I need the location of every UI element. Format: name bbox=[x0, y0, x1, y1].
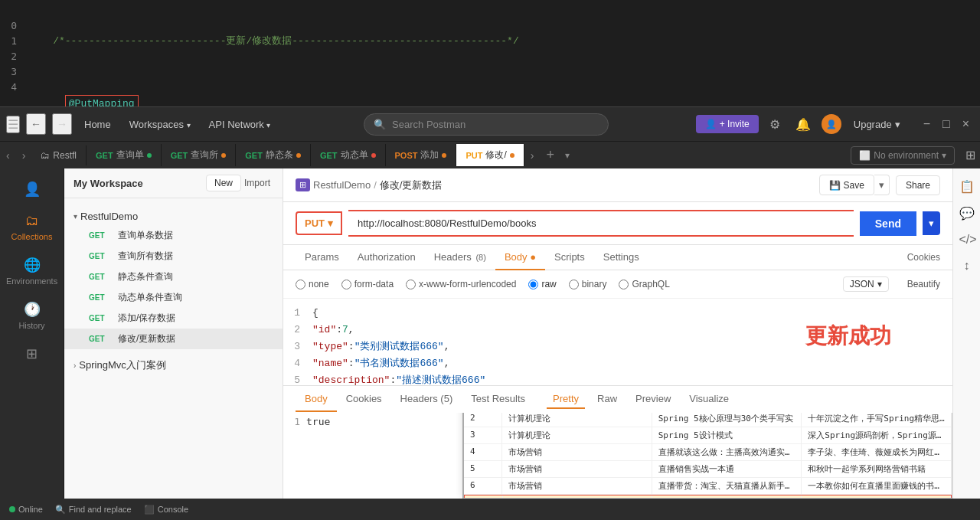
tabs-row: ‹ › 🗂 Restfl GET 查询单 GET 查询所 GET 静态条 GET… bbox=[0, 141, 980, 168]
search-bar[interactable]: 🔍 Search Postman bbox=[364, 113, 609, 136]
success-text: 更新成功 bbox=[805, 322, 891, 351]
console-status[interactable]: ⬛ Console bbox=[144, 505, 188, 515]
raw-btn[interactable]: Raw bbox=[591, 390, 623, 409]
tab-authorization[interactable]: Authorization bbox=[348, 245, 425, 270]
pretty-btn[interactable]: Pretty bbox=[547, 390, 585, 409]
preview-btn[interactable]: Preview bbox=[629, 390, 677, 409]
sidebar-item-workspace[interactable]: 👤 bbox=[5, 175, 59, 204]
workspace-label: My Workspace bbox=[74, 178, 206, 189]
response-tab-body[interactable]: Body bbox=[296, 387, 337, 412]
add-tab-button[interactable]: + bbox=[541, 144, 561, 166]
grid-icon: ⊞ bbox=[26, 345, 38, 362]
collection-springmvc-header[interactable]: › SpringMvc入门案例 bbox=[64, 355, 283, 375]
find-replace-label: Find and replace bbox=[69, 505, 132, 514]
back-button[interactable]: ← bbox=[26, 113, 46, 135]
body-type-raw[interactable]: raw bbox=[528, 279, 556, 289]
minimize-button[interactable]: − bbox=[919, 116, 935, 132]
code-button[interactable]: </> bbox=[956, 228, 978, 251]
body-line-5: "description":"描述测试数据666" bbox=[312, 372, 946, 385]
docs-button[interactable]: 📋 bbox=[956, 175, 978, 198]
environment-selector[interactable]: ⬜ No environment ▾ bbox=[851, 146, 955, 165]
table-body: 1 计算机理论 Spring实战 第5版 Spring入门经典教材，深入理解Sp… bbox=[464, 413, 952, 499]
find-replace-status[interactable]: 🔍 Find and replace bbox=[55, 505, 132, 515]
table-row: 4 市场营销 直播就该这么做：主播高效沟通实战手 李子柒、李佳琦、薇娅成长为网红… bbox=[464, 444, 952, 461]
collection-item-query-single[interactable]: GET 查询单条数据 bbox=[64, 225, 283, 246]
body-type-urlencoded[interactable]: x-www-form-urlencoded bbox=[406, 279, 516, 289]
online-status[interactable]: Online bbox=[9, 505, 43, 514]
body-type-binary[interactable]: binary bbox=[569, 279, 607, 289]
collection-item-dynamic-query[interactable]: GET 动态单条件查询 bbox=[64, 287, 283, 308]
body-type-graphql[interactable]: GraphQL bbox=[619, 279, 669, 289]
json-type-selector[interactable]: JSON ▾ bbox=[843, 276, 889, 292]
send-button[interactable]: Send bbox=[860, 211, 916, 236]
tab-dropdown-button[interactable]: ▾ bbox=[560, 147, 574, 164]
settings-button[interactable]: ⚙ bbox=[765, 114, 785, 135]
collection-item-query-all[interactable]: GET 查询所有数据 bbox=[64, 246, 283, 267]
method-selector[interactable]: PUT ▾ bbox=[296, 211, 342, 235]
save-button[interactable]: 💾 Save bbox=[819, 175, 874, 195]
tab-get1[interactable]: GET 查询单 bbox=[87, 144, 162, 166]
request-header: ⊞ RestfulDemo / 修改/更新数据 💾 Save ▾ Share bbox=[283, 168, 952, 202]
collection-item-add-save[interactable]: GET 添加/保存数据 bbox=[64, 308, 283, 329]
home-nav[interactable]: Home bbox=[78, 116, 117, 133]
forward-button[interactable]: → bbox=[52, 113, 72, 135]
maximize-button[interactable]: □ bbox=[938, 116, 955, 132]
sidebar-item-collections[interactable]: 🗂 Collections bbox=[5, 207, 59, 247]
close-button[interactable]: × bbox=[958, 116, 974, 132]
tab-back-btn[interactable]: ‹ bbox=[0, 146, 16, 165]
save-dropdown-button[interactable]: ▾ bbox=[874, 175, 890, 195]
environments-icon: 🌐 bbox=[24, 257, 41, 273]
share-button[interactable]: Share bbox=[896, 175, 940, 195]
body-line-1: { bbox=[312, 305, 946, 322]
collection-item-update[interactable]: GET 修改/更新数据 bbox=[64, 329, 283, 349]
comments-button[interactable]: 💬 bbox=[956, 201, 978, 225]
sidebar-item-grid[interactable]: ⊞ bbox=[5, 339, 59, 368]
url-input[interactable] bbox=[348, 210, 854, 237]
tab-forward-btn[interactable]: › bbox=[16, 146, 32, 165]
sidebar-item-history[interactable]: 🕐 History bbox=[5, 295, 59, 336]
panel-workspace-header: My Workspace New Import bbox=[64, 168, 283, 198]
invite-button[interactable]: 👤 + Invite bbox=[696, 115, 759, 133]
tab-get3[interactable]: GET 静态条 bbox=[236, 144, 311, 166]
tab-body[interactable]: Body ● bbox=[495, 245, 545, 270]
url-bar: PUT ▾ Send ▾ bbox=[283, 202, 952, 245]
body-type-none[interactable]: none bbox=[296, 279, 329, 289]
code-line-annotation: @PutMapping 🌐▾ bbox=[29, 80, 974, 107]
new-collection-button[interactable]: New bbox=[206, 175, 241, 191]
chevron-down-icon: ▾ bbox=[74, 212, 77, 221]
cookies-link[interactable]: Cookies bbox=[907, 252, 940, 263]
tab-restfl[interactable]: 🗂 Restfl bbox=[31, 146, 87, 165]
tab-params[interactable]: Params bbox=[296, 245, 348, 270]
tab-right-section: ⬜ No environment ▾ ⊞ bbox=[851, 145, 980, 165]
send-dropdown-button[interactable]: ▾ bbox=[923, 211, 940, 235]
tab-put1[interactable]: PUT 修改/ bbox=[456, 144, 524, 166]
upgrade-button[interactable]: Upgrade ▾ bbox=[848, 115, 906, 134]
notifications-button[interactable]: 🔔 bbox=[791, 114, 815, 135]
tab-post1[interactable]: POST 添加 bbox=[386, 144, 457, 166]
tab-get2[interactable]: GET 查询所 bbox=[162, 144, 237, 166]
code-content: /*---------------------------更新/修改数据----… bbox=[23, 0, 980, 106]
tab-settings[interactable]: Settings bbox=[594, 245, 648, 270]
response-tab-test-results[interactable]: Test Results bbox=[462, 387, 534, 412]
menu-button[interactable]: ☰ bbox=[6, 116, 20, 133]
resize-button[interactable]: ↕ bbox=[956, 254, 978, 277]
sidebar-item-environments[interactable]: 🌐 Environments bbox=[5, 250, 59, 292]
collection-springmvc: › SpringMvc入门案例 bbox=[64, 352, 283, 378]
beautify-button[interactable]: Beautify bbox=[907, 279, 940, 289]
body-type-form-data[interactable]: form-data bbox=[341, 279, 394, 289]
breadcrumb-separator: / bbox=[374, 179, 377, 191]
response-tab-cookies[interactable]: Cookies bbox=[337, 387, 391, 412]
api-network-nav[interactable]: API Network ▾ bbox=[203, 116, 277, 133]
tab-get4[interactable]: GET 动态单 bbox=[311, 144, 386, 166]
import-button[interactable]: Import bbox=[241, 176, 273, 190]
view-toggle-button[interactable]: ⊞ bbox=[961, 145, 980, 165]
tab-nav-more[interactable]: › bbox=[524, 146, 541, 165]
tab-scripts[interactable]: Scripts bbox=[545, 245, 594, 270]
tab-headers[interactable]: Headers (8) bbox=[425, 245, 495, 270]
visualize-btn[interactable]: Visualize bbox=[683, 390, 735, 409]
collection-item-static-query[interactable]: GET 静态条件查询 bbox=[64, 267, 283, 287]
workspaces-nav[interactable]: Workspaces ▾ bbox=[123, 116, 197, 133]
response-tab-headers[interactable]: Headers (5) bbox=[391, 387, 462, 412]
breadcrumb-current: 修改/更新数据 bbox=[380, 178, 443, 192]
collection-restfuldemo-header[interactable]: ▾ RestfulDemo bbox=[64, 208, 283, 225]
